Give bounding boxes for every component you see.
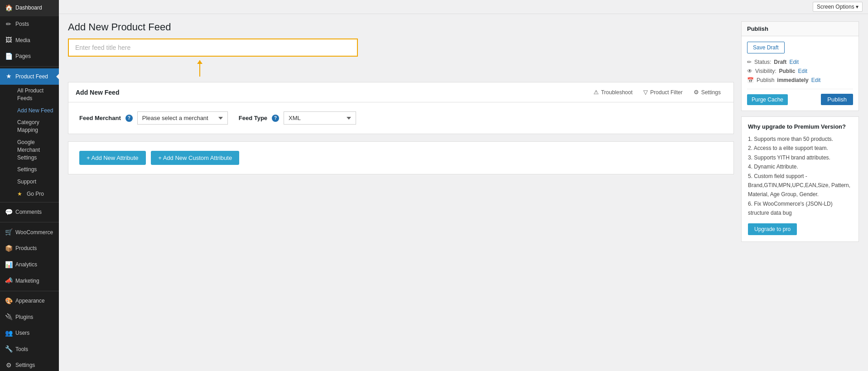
feed-tabs-title: Add New Feed xyxy=(76,89,588,96)
feed-type-help-icon[interactable]: ? xyxy=(272,115,279,122)
publish-box-header: Publish xyxy=(742,22,858,36)
visibility-value: Public xyxy=(779,68,795,74)
premium-item-2: Access to a elite support team. xyxy=(748,144,852,153)
publish-edit-link[interactable]: Edit xyxy=(811,77,821,83)
sidebar-item-add-new-feed[interactable]: Add New Feed xyxy=(13,105,59,117)
content-area: Add New Product Feed Add New Feed ⚠ Trou… xyxy=(59,14,868,371)
product-feed-icon: ★ xyxy=(5,72,13,81)
status-label: Status: xyxy=(754,59,771,65)
screen-options-button[interactable]: Screen Options ▾ xyxy=(813,2,863,12)
sidebar-item-pages[interactable]: 📄 Pages xyxy=(0,48,59,65)
tab-troubleshoot[interactable]: ⚠ Troubleshoot xyxy=(588,86,638,98)
tools-icon: 🔧 xyxy=(5,345,13,354)
all-feeds-label: All Product Feeds xyxy=(17,87,54,102)
attributes-box: + Add New Attribute + Add New Custom Att… xyxy=(68,141,734,174)
premium-item-4: Dynamic Attribute. xyxy=(748,162,852,171)
visibility-label: Visibility: xyxy=(755,68,776,74)
sidebar-item-label: WooCommerce xyxy=(15,229,53,236)
tab-troubleshoot-label: Troubleshoot xyxy=(601,89,633,96)
settings-main-icon: ⚙ xyxy=(5,361,13,370)
premium-item-1: Supports more than 50 products. xyxy=(748,135,852,144)
premium-item-5: Custom field support - Brand,GTIN,MPN,UP… xyxy=(748,172,852,199)
sidebar-item-label: Plugins xyxy=(15,313,33,321)
sidebar-item-analytics[interactable]: 📊 Analytics xyxy=(0,257,59,273)
purge-cache-button[interactable]: Purge Cache xyxy=(747,94,788,105)
premium-list: Supports more than 50 products. Access t… xyxy=(748,135,852,218)
status-value: Draft xyxy=(774,59,786,65)
sidebar-item-label: Settings xyxy=(15,361,35,369)
topbar: Screen Options ▾ xyxy=(59,0,868,14)
sidebar-item-comments[interactable]: 💬 Comments xyxy=(0,204,59,221)
sidebar-item-go-pro[interactable]: ★ Go Pro xyxy=(13,188,59,200)
sidebar-item-dashboard[interactable]: 🏠 Dashboard xyxy=(0,0,59,16)
sidebar-item-media[interactable]: 🖼 Media xyxy=(0,32,59,48)
publish-label: Publish xyxy=(757,77,774,83)
publish-box: Publish Save Draft ✏ Status: Draft Edit … xyxy=(741,21,859,111)
sidebar-item-appearance[interactable]: 🎨 Appearance xyxy=(0,293,59,309)
marketing-icon: 📣 xyxy=(5,276,13,285)
sidebar-item-label: Users xyxy=(15,329,29,337)
feed-merchant-select[interactable]: Please select a merchant xyxy=(137,111,228,125)
tab-settings-label: Settings xyxy=(701,89,721,96)
sidebar-item-woocommerce[interactable]: 🛒 WooCommerce xyxy=(0,224,59,241)
sidebar-item-label: Posts xyxy=(15,20,29,28)
premium-box: Why upgrade to Premium Version? Supports… xyxy=(741,116,859,242)
sidebar-item-settings[interactable]: Settings xyxy=(13,164,59,176)
sidebar-item-tools[interactable]: 🔧 Tools xyxy=(0,341,59,357)
sidebar-item-marketing[interactable]: 📣 Marketing xyxy=(0,273,59,289)
tab-settings[interactable]: ⚙ Settings xyxy=(688,86,726,98)
calendar-icon: 📅 xyxy=(747,77,754,83)
feed-type-group: Feed Type ? XML CSV TSV JSON xyxy=(239,111,356,125)
comments-icon: 💬 xyxy=(5,208,13,217)
google-merchant-label: Google Merchant Settings xyxy=(17,139,54,161)
sidebar-item-label: Media xyxy=(15,37,30,44)
publish-button[interactable]: Publish xyxy=(821,94,853,105)
visibility-row: 👁 Visibility: Public Edit xyxy=(747,68,853,74)
sidebar-item-label: Product Feed xyxy=(15,73,48,81)
publish-timing-row: 📅 Publish immediately Edit xyxy=(747,77,853,83)
pages-icon: 📄 xyxy=(5,52,13,61)
side-panel: Publish Save Draft ✏ Status: Draft Edit … xyxy=(741,21,859,368)
sidebar-item-settings-main[interactable]: ⚙ Settings xyxy=(0,357,59,371)
status-row: ✏ Status: Draft Edit xyxy=(747,59,853,65)
save-draft-button[interactable]: Save Draft xyxy=(747,42,785,53)
page-title: Add New Product Feed xyxy=(68,21,734,33)
feed-merchant-help-icon[interactable]: ? xyxy=(125,115,133,122)
add-attribute-button[interactable]: + Add New Attribute xyxy=(79,151,146,165)
sidebar-item-google-merchant[interactable]: Google Merchant Settings xyxy=(13,136,59,164)
sidebar-item-label: Comments xyxy=(15,208,42,216)
sidebar-item-label: Dashboard xyxy=(15,4,42,12)
status-edit-link[interactable]: Edit xyxy=(789,59,799,65)
sidebar-item-support[interactable]: Support xyxy=(13,176,59,188)
sidebar-item-product-feed[interactable]: ★ Product Feed xyxy=(0,68,59,85)
sidebar-item-users[interactable]: 👥 Users xyxy=(0,325,59,342)
feed-merchant-label: Feed Merchant xyxy=(79,115,121,121)
add-custom-attribute-button[interactable]: + Add New Custom Attribute xyxy=(151,151,239,165)
premium-title: Why upgrade to Premium Version? xyxy=(748,123,852,130)
tab-product-filter[interactable]: ▽ Product Filter xyxy=(638,86,688,98)
support-label: Support xyxy=(17,178,36,186)
visibility-edit-link[interactable]: Edit xyxy=(798,68,807,74)
premium-item-3: Supports YITH brand attributes. xyxy=(748,153,852,162)
go-pro-label: Go Pro xyxy=(27,190,44,198)
posts-icon: ✏ xyxy=(5,20,13,29)
feed-title-input[interactable] xyxy=(68,39,358,57)
premium-item-6: Fix WooCommerce's (JSON-LD) structure da… xyxy=(748,199,852,218)
dashboard-icon: 🏠 xyxy=(5,4,13,13)
sidebar-item-plugins[interactable]: 🔌 Plugins xyxy=(0,309,59,325)
sidebar-item-all-feeds[interactable]: All Product Feeds xyxy=(13,85,59,105)
feed-type-select[interactable]: XML CSV TSV JSON xyxy=(284,111,356,125)
publish-box-body: Save Draft ✏ Status: Draft Edit 👁 Visibi… xyxy=(742,36,858,111)
feed-tabs-bar: Add New Feed ⚠ Troubleshoot ▽ Product Fi… xyxy=(68,82,734,102)
feed-merchant-group: Feed Merchant ? Please select a merchant xyxy=(79,111,228,125)
sidebar-item-category-mapping[interactable]: Category Mapping xyxy=(13,116,59,136)
publish-actions: Purge Cache Publish xyxy=(747,89,853,105)
tab-product-filter-label: Product Filter xyxy=(650,89,682,96)
woocommerce-icon: 🛒 xyxy=(5,228,13,237)
sidebar-item-label: Pages xyxy=(15,53,31,60)
settings-tab-icon: ⚙ xyxy=(694,89,699,96)
upgrade-to-pro-button[interactable]: Upgrade to pro xyxy=(748,223,797,235)
sidebar-item-posts[interactable]: ✏ Posts xyxy=(0,16,59,33)
sidebar-item-products[interactable]: 📦 Products xyxy=(0,241,59,257)
analytics-icon: 📊 xyxy=(5,260,13,270)
